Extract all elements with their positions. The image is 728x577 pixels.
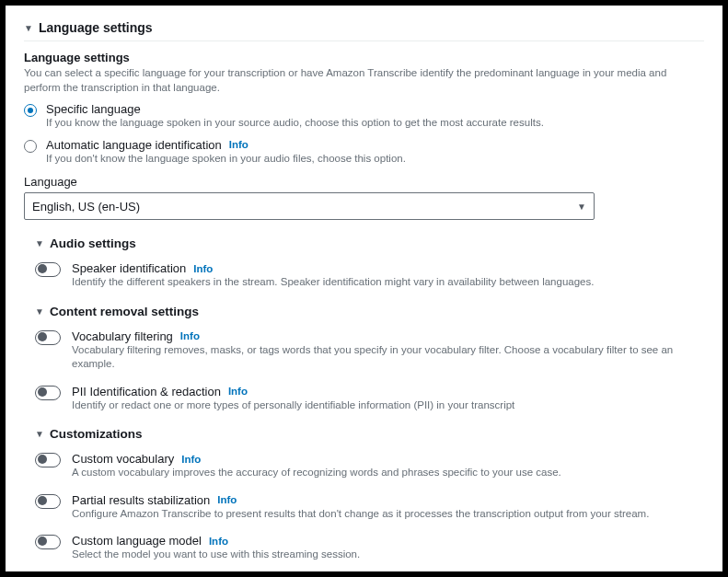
info-link[interactable]: Info <box>229 139 248 150</box>
toggle-help: Vocabulary filtering removes, masks, or … <box>72 343 704 372</box>
language-mode-radio-group: Specific language If you know the langua… <box>24 102 704 166</box>
radio-label: Specific language <box>46 102 704 116</box>
toggle-label: Custom language model <box>72 534 202 548</box>
partial-results-row: Partial results stabilization Info Confi… <box>35 493 704 522</box>
toggle-label: PII Identification & redaction <box>72 385 221 398</box>
toggle-help: Identify the different speakers in the s… <box>72 275 704 290</box>
speaker-identification-row: Speaker identification Info Identify the… <box>35 261 704 290</box>
toggle-help: A custom vocabulary improves the accurac… <box>72 466 704 480</box>
content-removal-section: ▼ Content removal settings Vocabulary fi… <box>24 305 704 413</box>
radio-help: If you know the language spoken in your … <box>46 116 704 131</box>
caret-down-icon: ▼ <box>35 238 44 248</box>
info-link[interactable]: Info <box>180 330 200 341</box>
toggle-label: Speaker identification <box>72 261 186 275</box>
language-settings-title: Language settings <box>24 51 704 64</box>
section-title: Audio settings <box>50 237 136 250</box>
radio-label: Automatic language identification Info <box>46 138 704 152</box>
language-field: Language English, US (en-US) ▼ <box>24 175 704 220</box>
language-settings-description: You can select a specific language for y… <box>24 66 704 95</box>
radio-help: If you don't know the language spoken in… <box>46 152 704 167</box>
pii-redaction-row: PII Identification & redaction Info Iden… <box>35 385 704 413</box>
custom-vocabulary-row: Custom vocabulary Info A custom vocabula… <box>35 452 704 480</box>
partial-results-toggle[interactable] <box>35 494 61 509</box>
customizations-header[interactable]: ▼ Customizations <box>35 427 704 446</box>
vocabulary-filtering-toggle[interactable] <box>35 330 61 345</box>
content-removal-header[interactable]: ▼ Content removal settings <box>35 305 704 324</box>
caret-down-icon: ▼ <box>35 306 44 317</box>
language-settings-header[interactable]: ▼ Language settings <box>24 20 704 41</box>
radio-auto-language-id[interactable]: Automatic language identification Info I… <box>24 138 704 167</box>
chevron-down-icon: ▼ <box>577 202 586 212</box>
caret-down-icon: ▼ <box>24 23 33 33</box>
info-link[interactable]: Info <box>217 494 237 505</box>
section-title: Customizations <box>50 427 143 441</box>
caret-down-icon: ▼ <box>35 429 44 439</box>
info-link[interactable]: Info <box>193 263 213 274</box>
info-link[interactable]: Info <box>228 386 248 397</box>
section-title: Content removal settings <box>50 305 199 318</box>
section-title: Language settings <box>39 20 153 35</box>
info-link[interactable]: Info <box>209 536 228 547</box>
toggle-label: Vocabulary filtering <box>72 329 173 343</box>
custom-language-model-toggle[interactable] <box>35 535 61 549</box>
radio-icon <box>24 104 37 117</box>
language-settings-section: ▼ Language settings Language settings Yo… <box>24 20 704 562</box>
toggle-label: Custom vocabulary <box>72 452 174 466</box>
pii-redaction-toggle[interactable] <box>35 386 61 400</box>
customizations-section: ▼ Customizations Custom vocabulary Info … <box>24 427 704 562</box>
toggle-help: Select the model you want to use with th… <box>72 548 704 562</box>
audio-settings-header[interactable]: ▼ Audio settings <box>35 237 704 256</box>
toggle-help: Configure Amazon Transcribe to present r… <box>72 507 704 522</box>
audio-settings-section: ▼ Audio settings Speaker identification … <box>24 237 704 290</box>
language-field-label: Language <box>24 175 704 189</box>
custom-language-model-row: Custom language model Info Select the mo… <box>35 534 704 562</box>
toggle-label: Partial results stabilization <box>72 493 210 507</box>
language-select-value: English, US (en-US) <box>32 200 140 213</box>
radio-icon <box>24 140 37 153</box>
custom-vocabulary-toggle[interactable] <box>35 453 61 467</box>
language-select[interactable]: English, US (en-US) ▼ <box>24 192 595 220</box>
speaker-identification-toggle[interactable] <box>35 262 61 277</box>
info-link[interactable]: Info <box>181 454 201 465</box>
settings-panel: ▼ Language settings Language settings Yo… <box>6 6 722 571</box>
vocabulary-filtering-row: Vocabulary filtering Info Vocabulary fil… <box>35 329 704 372</box>
radio-specific-language[interactable]: Specific language If you know the langua… <box>24 102 704 131</box>
toggle-help: Identify or redact one or more types of … <box>72 398 704 413</box>
